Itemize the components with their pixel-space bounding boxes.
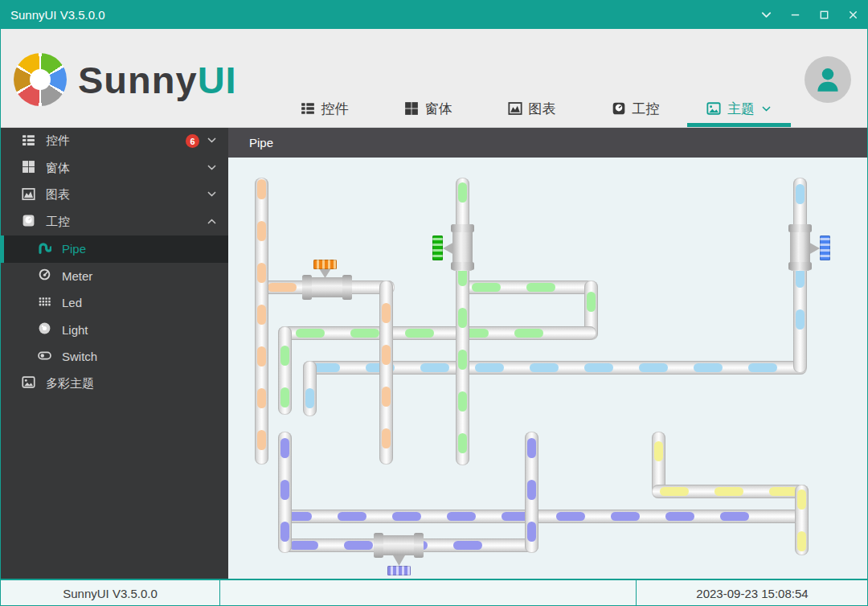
window-title: SunnyUI V3.5.0.0 [10, 8, 105, 22]
header: SunnyUI 控件窗体图表工控主题 [1, 29, 867, 128]
pipe-flange [342, 275, 352, 300]
content-header: Pipe [228, 128, 868, 158]
sidebar-item-controls[interactable]: 控件6 [1, 128, 228, 155]
sidebar-item-label: 工控 [46, 215, 70, 230]
tab-industrial[interactable]: 工控 [583, 90, 687, 127]
app-window: SunnyUI V3.5.0.0 SunnyUI 控件窗体图表工控主题 控件6窗… [0, 0, 868, 606]
gauge-icon [612, 101, 626, 116]
style-menu-button[interactable] [751, 1, 780, 29]
tab-label: 主题 [727, 100, 755, 118]
image-icon [22, 375, 35, 389]
sidebar-item-pipe[interactable]: Pipe [1, 235, 228, 263]
gauge-icon [22, 214, 35, 227]
light-icon [38, 321, 51, 335]
tab-label: 图表 [529, 100, 556, 118]
valve-handle[interactable] [313, 260, 337, 269]
chevron-down-icon [207, 189, 217, 199]
sidebar-item-label: Switch [62, 350, 97, 363]
valve-stem [393, 555, 405, 566]
pipe-segment-blue-v7 [793, 178, 807, 373]
pipe-segment-yellow-v11 [795, 485, 809, 555]
tab-themes[interactable]: 主题 [687, 90, 791, 127]
pipe-flange [414, 533, 424, 558]
sidebar-item-label: Led [62, 296, 82, 309]
led-icon [38, 295, 51, 309]
pipe-segment-green-v5 [278, 326, 292, 415]
valve-handle[interactable] [432, 235, 443, 260]
sidebar-item-label: 图表 [46, 187, 70, 203]
windows-icon [404, 101, 419, 116]
sidebar-item-label: 窗体 [46, 161, 70, 176]
tab-controls[interactable]: 控件 [272, 90, 376, 127]
switch-icon [38, 349, 51, 362]
pipe-segment-purple-v9 [525, 432, 538, 553]
tab-charts[interactable]: 图表 [480, 90, 583, 127]
close-button[interactable] [838, 1, 867, 29]
user-icon [813, 65, 842, 94]
sidebar-item-label: 控件 [46, 133, 70, 149]
tab-label: 窗体 [425, 100, 452, 118]
close-icon [847, 9, 859, 21]
chevron-down-icon [761, 104, 772, 114]
logo-text-sunny: Sunny [78, 59, 198, 101]
statusbar-clock: 2023-09-23 15:08:54 [636, 580, 868, 606]
sidebar-item-label: 多彩主题 [46, 376, 94, 391]
sidebar-item-forms[interactable]: 窗体 [1, 155, 228, 182]
statusbar: SunnyUI V3.5.0.0 2023-09-23 15:08:54 [1, 579, 867, 606]
maximize-button[interactable] [809, 1, 838, 29]
sidebar-item-meter[interactable]: Meter [1, 263, 228, 290]
list-icon [22, 133, 35, 147]
maximize-icon [818, 9, 830, 21]
minimize-icon [789, 9, 801, 21]
pipe-canvas [228, 158, 868, 579]
pipe-segment-green-h2 [456, 280, 596, 294]
list-icon [301, 101, 315, 116]
sidebar-item-led[interactable]: Led [1, 289, 228, 317]
nav-tabs: 控件窗体图表工控主题 [272, 90, 791, 127]
meter-icon [38, 268, 51, 281]
chevron-down-icon [760, 9, 772, 21]
window-controls [751, 1, 867, 29]
pipe-icon [38, 241, 51, 255]
logo-text-ui: UI [198, 59, 237, 101]
sidebar-item-industrial[interactable]: 工控 [1, 209, 228, 236]
pipe-segment-orange-v1 [255, 178, 268, 465]
page-title: Pipe [249, 136, 273, 149]
chevron-up-icon [207, 216, 217, 227]
pipe-flange [451, 224, 474, 232]
sidebar-item-label: Light [62, 323, 88, 337]
sidebar-item-light[interactable]: Light [1, 317, 228, 344]
sidebar-item-label: Pipe [62, 242, 86, 256]
chart-icon [22, 187, 35, 201]
valve-handle[interactable] [387, 566, 411, 575]
sidebar-item-colorful-theme[interactable]: 多彩主题 [1, 371, 228, 398]
sidebar-item-charts[interactable]: 图表 [1, 182, 228, 209]
logo-pinwheel-icon [14, 53, 67, 106]
pipe-flange [451, 262, 474, 270]
statusbar-separator [219, 580, 220, 606]
valve-handle[interactable] [820, 235, 830, 260]
sidebar-item-label: Meter [62, 269, 92, 283]
pipe-segment-blue-v6 [303, 361, 317, 416]
pipe-icon [38, 241, 51, 255]
minimize-button[interactable] [780, 1, 809, 29]
pipe-flange [302, 275, 312, 300]
pipe-segment-green-v3 [456, 178, 469, 465]
logo-text: SunnyUI [78, 58, 237, 102]
chevron-down-icon [207, 135, 217, 145]
image-icon [706, 101, 721, 116]
pipe-segment-purple-v8 [278, 432, 292, 553]
pipe-segment-purple-h5 [278, 510, 805, 523]
tab-forms[interactable]: 窗体 [376, 90, 480, 127]
sidebar: 控件6窗体图表工控PipeMeterLedLightSwitch多彩主题 [1, 128, 228, 579]
statusbar-version: SunnyUI V3.5.0.0 [1, 580, 219, 606]
notification-badge: 6 [186, 134, 199, 148]
sunnyui-logo: SunnyUI [14, 53, 237, 106]
avatar[interactable] [805, 56, 851, 103]
pipe-segment-yellow-h7 [652, 485, 809, 498]
windows-icon [22, 160, 35, 174]
sidebar-item-switch[interactable]: Switch [1, 343, 228, 371]
pipe-flange [374, 533, 383, 558]
active-tab-underline [687, 123, 791, 127]
pipe-flange [788, 262, 812, 270]
